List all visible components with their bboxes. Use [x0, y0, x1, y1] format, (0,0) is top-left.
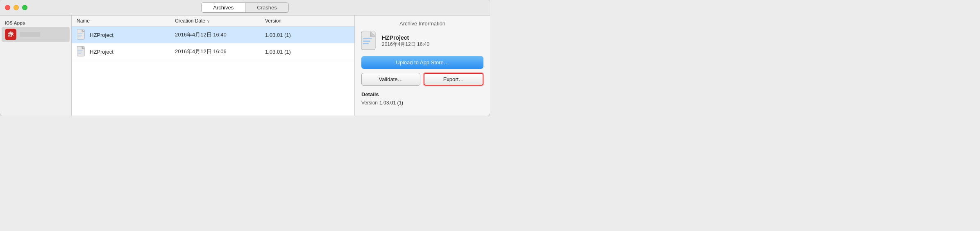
svg-rect-7 [78, 53, 81, 54]
tab-group: Archives Crashes [201, 2, 288, 13]
traffic-lights [5, 5, 27, 10]
file-archive-icon [77, 29, 86, 41]
app-icon: 赤 [5, 29, 16, 40]
details-title: Details [361, 91, 483, 97]
maximize-button[interactable] [22, 5, 27, 10]
main-content: iOS Apps 赤 Name Creation Date ∨ Version [0, 16, 490, 116]
tab-crashes[interactable]: Crashes [245, 3, 288, 12]
archive-details: HZProject 2016年4月12日 16:40 [382, 34, 429, 48]
svg-rect-1 [78, 33, 83, 34]
svg-rect-10 [363, 41, 370, 42]
detail-row-version: Version 1.03.01 (1) [361, 100, 483, 106]
svg-rect-5 [78, 50, 83, 51]
upload-to-app-store-button[interactable]: Upload to App Store… [361, 56, 483, 69]
version-label: Version [361, 100, 378, 106]
column-version[interactable]: Version [265, 18, 349, 24]
file-date: 2016年4月12日 16:06 [175, 48, 265, 55]
svg-rect-2 [78, 35, 82, 36]
file-date: 2016年4月12日 16:40 [175, 31, 265, 38]
column-name[interactable]: Name [77, 18, 175, 24]
svg-rect-11 [363, 43, 369, 44]
file-name: HZProject [90, 49, 175, 55]
svg-rect-3 [78, 36, 81, 37]
file-list-header: Name Creation Date ∨ Version [72, 16, 354, 27]
svg-rect-9 [363, 38, 372, 39]
app-name-placeholder [20, 32, 40, 37]
file-version: 1.03.01 (1) [265, 49, 349, 55]
svg-rect-6 [78, 52, 82, 52]
details-section: Details Version 1.03.01 (1) [361, 91, 483, 106]
sort-arrow-icon: ∨ [207, 19, 210, 23]
file-name: HZProject [90, 32, 175, 38]
validate-button[interactable]: Validate… [361, 73, 420, 86]
export-button[interactable]: Export… [424, 73, 483, 86]
column-creation-date[interactable]: Creation Date ∨ [175, 18, 265, 24]
archive-name: HZProject [382, 34, 429, 41]
tab-archives[interactable]: Archives [202, 3, 245, 12]
table-row[interactable]: HZProject 2016年4月12日 16:40 1.03.01 (1) [72, 27, 354, 43]
right-panel: Archive Information HZProject 2016年4月12日… [355, 16, 490, 116]
titlebar: Archives Crashes [0, 0, 490, 16]
archive-date: 2016年4月12日 16:40 [382, 41, 429, 48]
main-window: Archives Crashes iOS Apps 赤 Name Creatio… [0, 0, 490, 116]
action-buttons: Validate… Export… [361, 73, 483, 86]
archive-info: HZProject 2016年4月12日 16:40 [361, 32, 483, 50]
file-archive-icon [77, 46, 86, 57]
file-list: Name Creation Date ∨ Version [72, 16, 355, 116]
archive-large-icon [361, 32, 378, 50]
panel-title: Archive Information [361, 20, 483, 27]
close-button[interactable] [5, 5, 10, 10]
sidebar-section-label: iOS Apps [0, 19, 71, 27]
sidebar: iOS Apps 赤 [0, 16, 72, 116]
table-row[interactable]: HZProject 2016年4月12日 16:06 1.03.01 (1) [72, 43, 354, 60]
file-version: 1.03.01 (1) [265, 32, 349, 38]
version-value: 1.03.01 (1) [379, 100, 403, 106]
sidebar-item-ios-app[interactable]: 赤 [2, 27, 70, 42]
minimize-button[interactable] [14, 5, 19, 10]
